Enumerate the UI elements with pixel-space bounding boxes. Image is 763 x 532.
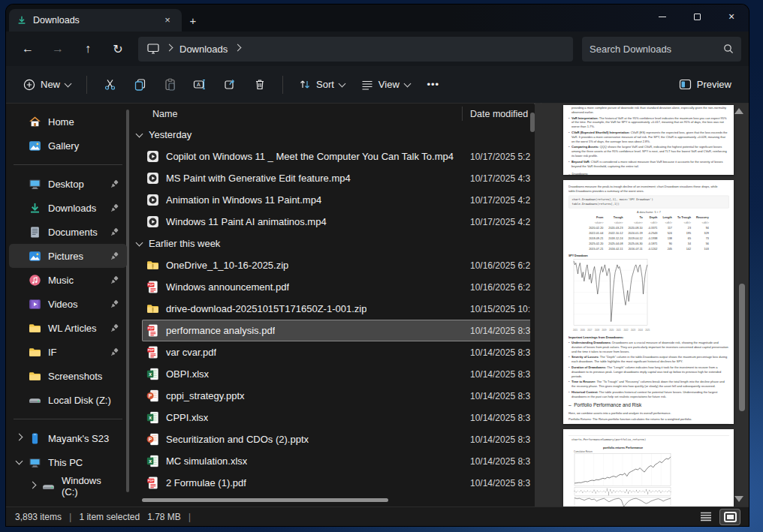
sidebar-item-label: Mayank's S23 [48, 433, 109, 444]
sidebar-item-screenshots[interactable]: Screenshots [9, 364, 127, 388]
preview-scroll-down-icon[interactable] [734, 496, 743, 502]
home-icon [29, 116, 41, 128]
file-row[interactable]: xMC simulation.xlsx10/14/2025 8:37 [142, 450, 530, 472]
pin-icon [110, 251, 119, 260]
copy-button[interactable] [126, 72, 153, 98]
sidebar-item-this-pc[interactable]: This PC [9, 450, 127, 474]
back-button[interactable]: ← [14, 36, 42, 62]
sidebar-item-wl-articles[interactable]: WL Articles [9, 316, 127, 340]
preview-pane-icon [679, 79, 692, 90]
file-row[interactable]: MS Paint with Generative Edit feature.mp… [142, 167, 530, 189]
zip-file-icon [146, 302, 159, 315]
search-box[interactable]: Search Downloads [582, 37, 741, 62]
file-row[interactable]: xCPPI.xlsx10/14/2025 8:38 [142, 407, 530, 428]
sidebar-item-mayank-s-s23[interactable]: Mayank's S23 [9, 426, 127, 450]
group-collapse-chevron-icon[interactable] [136, 239, 143, 246]
window-controls: × [645, 5, 749, 29]
file-row[interactable]: PDFvar cvar.pdf10/14/2025 8:38 [142, 341, 530, 363]
pptx-file-icon: P [146, 433, 159, 446]
toolbar-divider [282, 76, 283, 94]
new-tab-button[interactable]: + [182, 11, 204, 32]
maximize-button[interactable] [680, 5, 714, 29]
delete-icon [254, 78, 266, 91]
sidebar-item-label: Pictures [48, 251, 83, 262]
expand-chevron-icon[interactable] [16, 434, 23, 441]
column-divider[interactable] [462, 107, 463, 121]
mp4-file-icon [146, 150, 159, 163]
sidebar-item-gallery[interactable]: Gallery [9, 134, 127, 158]
downloads-tab-icon [17, 15, 27, 26]
more-options-button[interactable]: ••• [420, 72, 447, 98]
file-row[interactable]: Copilot on Windows 11 _ Meet the Compute… [142, 146, 530, 167]
thumbnail-view-button[interactable] [720, 509, 740, 524]
status-bar: 3,893 items | 1 item selected 1.78 MB | [6, 506, 749, 526]
group-collapse-chevron-icon[interactable] [136, 130, 143, 137]
preview-page-1: Understanding Tail Risk: VaR and CVaR ar… [563, 105, 734, 175]
group-header-yesterday[interactable]: Yesterday [130, 124, 530, 146]
column-header-date-modified[interactable]: Date modified [470, 109, 528, 119]
column-header-name[interactable]: Name [152, 109, 177, 119]
file-row[interactable]: Animation in Windows 11 Paint.mp410/17/2… [142, 189, 530, 211]
file-name: cppi_strategy.pptx [166, 390, 245, 401]
sidebar-item-if[interactable]: IF [9, 340, 127, 364]
forward-button[interactable]: → [44, 36, 72, 62]
details-view-button[interactable] [696, 509, 716, 524]
view-button[interactable]: View [354, 74, 417, 95]
share-icon [224, 78, 237, 91]
sidebar-item-pictures[interactable]: Pictures [9, 244, 127, 268]
explorer-tab-downloads[interactable]: Downloads × [9, 9, 182, 32]
new-button[interactable]: New [17, 74, 77, 96]
drive-icon [42, 480, 55, 493]
mp4-file-icon [146, 215, 159, 228]
sort-button[interactable]: Sort [292, 74, 351, 95]
breadcrumb-downloads[interactable]: Downloads [179, 44, 228, 55]
share-button[interactable] [216, 72, 243, 98]
sidebar-item-documents[interactable]: Documents [9, 220, 127, 244]
svg-text:x: x [149, 415, 152, 420]
tab-close-icon[interactable]: × [161, 14, 174, 27]
sidebar-item-windows-c-[interactable]: Windows (C:) [9, 474, 127, 498]
refresh-button[interactable]: ↻ [104, 36, 132, 62]
minimize-button[interactable] [645, 5, 680, 29]
preview-scroll-up-icon[interactable] [734, 108, 743, 114]
preview-toggle-button[interactable]: Preview [672, 74, 738, 95]
sidebar-item-downloads[interactable]: Downloads [9, 196, 127, 220]
file-row[interactable]: drive-download-20251015T171650Z-1-001.zi… [142, 298, 530, 320]
sidebar-item-videos[interactable]: Videos [9, 292, 127, 316]
up-button[interactable]: ↑ [74, 36, 102, 62]
file-row[interactable]: PDF2 Formulae (1).pdf10/14/2025 8:37 [142, 472, 530, 494]
file-row[interactable]: OneDrive_1_10-16-2025.zip10/16/2025 6:24 [142, 254, 530, 276]
preview-code-block-3: charts.PerformanceSummary(portfolio_retu… [568, 435, 729, 443]
file-row[interactable]: PSecuritization and CDOs (2).pptx10/14/2… [142, 428, 530, 450]
file-explorer-window: Downloads × + × ← → ↑ ↻ Downloads [6, 5, 749, 526]
close-button[interactable]: × [714, 5, 749, 29]
expand-chevron-icon[interactable] [29, 482, 37, 489]
sidebar-item-desktop[interactable]: Desktop [9, 172, 127, 196]
group-header-earlier-this-week[interactable]: Earlier this week [130, 233, 530, 254]
file-row[interactable]: PDFWindows announcement.pdf10/16/2025 6:… [142, 276, 530, 298]
sidebar-item-home[interactable]: Home [9, 110, 127, 134]
command-bar: New A Sor [6, 66, 749, 104]
paste-button[interactable] [156, 72, 183, 98]
preview-scrollbar-thumb[interactable] [739, 284, 745, 411]
cut-button[interactable] [96, 72, 123, 98]
expand-chevron-icon[interactable] [16, 458, 23, 465]
file-list-horizontal-scrollbar[interactable] [142, 498, 388, 502]
delete-button[interactable] [246, 72, 273, 98]
file-date-modified: 10/14/2025 8:38 [470, 347, 530, 358]
file-row[interactable]: xOBPI.xlsx10/14/2025 8:38 [142, 363, 530, 385]
preview-toggle-label: Preview [697, 79, 731, 90]
address-bar[interactable]: Downloads [138, 37, 573, 62]
rename-button[interactable]: A [186, 72, 213, 98]
svg-text:A: A [197, 82, 201, 87]
file-row[interactable]: PDFperformance analysis.pdf10/14/2025 8:… [142, 320, 530, 341]
view-switcher [696, 509, 740, 524]
sidebar-item-music[interactable]: Music [9, 268, 127, 292]
sidebar-item-local-disk-z-[interactable]: Local Disk (Z:) [9, 388, 127, 412]
xlsx-file-icon: x [146, 368, 159, 380]
new-plus-icon [23, 79, 35, 91]
file-row[interactable]: Windows 11 Paint AI animatinos.mp410/17/… [142, 211, 530, 233]
sort-button-label: Sort [316, 79, 334, 90]
svg-text:PDF: PDF [148, 479, 155, 482]
file-row[interactable]: Pcppi_strategy.pptx10/14/2025 8:38 [142, 385, 530, 407]
